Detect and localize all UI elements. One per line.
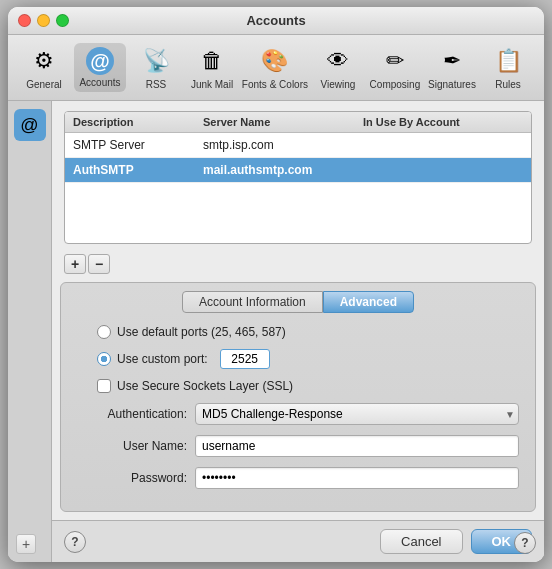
header-in-use: In Use By Account xyxy=(355,114,531,130)
authentication-select[interactable]: MD5 Challenge-Response None Password Ker… xyxy=(195,403,519,425)
password-input[interactable] xyxy=(195,467,519,489)
maximize-button[interactable] xyxy=(56,14,69,27)
row2-description: AuthSMTP xyxy=(65,161,195,179)
row1-inuse xyxy=(355,136,531,154)
bottom-right-buttons: Cancel OK xyxy=(380,529,532,554)
close-button[interactable] xyxy=(18,14,31,27)
fonts-colors-icon: 🎨 xyxy=(259,45,291,77)
window-controls xyxy=(18,14,69,27)
add-remove-bar: + − xyxy=(52,250,544,282)
header-server-name: Server Name xyxy=(195,114,355,130)
accounts-icon: @ xyxy=(86,47,114,75)
radio-default-ports-row: Use default ports (25, 465, 587) xyxy=(77,325,519,339)
sidebar-account-icon[interactable]: @ xyxy=(14,109,46,141)
sidebar: @ xyxy=(8,101,52,562)
right-panel: Description Server Name In Use By Accoun… xyxy=(52,101,544,562)
toolbar-item-fonts-colors[interactable]: 🎨 Fonts & Colors xyxy=(242,41,308,94)
table-row[interactable]: SMTP Server smtp.isp.com xyxy=(65,133,531,158)
toolbar: ⚙ General @ Accounts 📡 RSS 🗑 Junk Mail 🎨… xyxy=(8,35,544,101)
username-row: User Name: xyxy=(77,435,519,457)
username-input[interactable] xyxy=(195,435,519,457)
table-row[interactable]: AuthSMTP mail.authsmtp.com xyxy=(65,158,531,183)
toolbar-item-signatures[interactable]: ✒ Signatures xyxy=(426,41,478,94)
junk-mail-icon: 🗑 xyxy=(196,45,228,77)
tab-bar: Account Information Advanced xyxy=(61,283,535,313)
bottom-help-button[interactable]: ? xyxy=(514,532,536,554)
toolbar-label-signatures: Signatures xyxy=(428,79,476,90)
toolbar-label-general: General xyxy=(26,79,62,90)
row1-description: SMTP Server xyxy=(65,136,195,154)
radio-custom-port-row: Use custom port: xyxy=(77,349,519,369)
bottom-bar: ? Cancel OK xyxy=(52,520,544,562)
server-table: Description Server Name In Use By Accoun… xyxy=(64,111,532,244)
authentication-row: Authentication: MD5 Challenge-Response N… xyxy=(77,403,519,425)
toolbar-label-composing: Composing xyxy=(370,79,421,90)
minimize-button[interactable] xyxy=(37,14,50,27)
window-title: Accounts xyxy=(246,13,305,28)
rules-icon: 📋 xyxy=(492,45,524,77)
username-label: User Name: xyxy=(77,439,187,453)
config-area: Account Information Advanced Use default… xyxy=(60,282,536,512)
radio-default-ports[interactable] xyxy=(97,325,111,339)
toolbar-item-rss[interactable]: 📡 RSS xyxy=(130,41,182,94)
toolbar-item-general[interactable]: ⚙ General xyxy=(18,41,70,94)
server-list-area: Description Server Name In Use By Accoun… xyxy=(52,101,544,250)
viewing-icon: 👁 xyxy=(322,45,354,77)
cancel-button[interactable]: Cancel xyxy=(380,529,462,554)
main-window: Accounts ⚙ General @ Accounts 📡 RSS 🗑 Ju… xyxy=(8,7,544,562)
authentication-select-wrapper: MD5 Challenge-Response None Password Ker… xyxy=(195,403,519,425)
add-server-button[interactable]: + xyxy=(64,254,86,274)
radio-custom-port[interactable] xyxy=(97,352,111,366)
table-empty-area xyxy=(65,183,531,243)
general-icon: ⚙ xyxy=(28,45,60,77)
help-button[interactable]: ? xyxy=(64,531,86,553)
form-area: Use default ports (25, 465, 587) Use cus… xyxy=(61,313,535,501)
ssl-checkbox-row: Use Secure Sockets Layer (SSL) xyxy=(77,379,519,393)
ssl-checkbox[interactable] xyxy=(97,379,111,393)
row2-server: mail.authsmtp.com xyxy=(195,161,355,179)
radio-custom-port-label: Use custom port: xyxy=(117,352,208,366)
toolbar-label-viewing: Viewing xyxy=(320,79,355,90)
table-header: Description Server Name In Use By Accoun… xyxy=(65,112,531,133)
password-row: Password: xyxy=(77,467,519,489)
rss-icon: 📡 xyxy=(140,45,172,77)
custom-port-input[interactable] xyxy=(220,349,270,369)
tab-advanced[interactable]: Advanced xyxy=(323,291,414,313)
composing-icon: ✏ xyxy=(379,45,411,77)
signatures-icon: ✒ xyxy=(436,45,468,77)
toolbar-item-junk-mail[interactable]: 🗑 Junk Mail xyxy=(186,41,238,94)
titlebar: Accounts xyxy=(8,7,544,35)
authentication-label: Authentication: xyxy=(77,407,187,421)
header-description: Description xyxy=(65,114,195,130)
toolbar-item-composing[interactable]: ✏ Composing xyxy=(368,41,422,94)
ssl-checkbox-label: Use Secure Sockets Layer (SSL) xyxy=(117,379,293,393)
remove-server-button[interactable]: − xyxy=(88,254,110,274)
toolbar-label-junk-mail: Junk Mail xyxy=(191,79,233,90)
toolbar-label-accounts: Accounts xyxy=(79,77,120,88)
toolbar-item-accounts[interactable]: @ Accounts xyxy=(74,43,126,92)
password-label: Password: xyxy=(77,471,187,485)
toolbar-label-rss: RSS xyxy=(146,79,167,90)
toolbar-label-rules: Rules xyxy=(495,79,521,90)
row1-server: smtp.isp.com xyxy=(195,136,355,154)
toolbar-item-viewing[interactable]: 👁 Viewing xyxy=(312,41,364,94)
toolbar-label-fonts-colors: Fonts & Colors xyxy=(242,79,308,90)
radio-default-ports-label: Use default ports (25, 465, 587) xyxy=(117,325,286,339)
bottom-add-button[interactable]: + xyxy=(16,534,36,554)
main-content: @ Description Server Name In Use By Acco… xyxy=(8,101,544,562)
toolbar-item-rules[interactable]: 📋 Rules xyxy=(482,41,534,94)
tab-account-information[interactable]: Account Information xyxy=(182,291,323,313)
row2-inuse xyxy=(355,161,531,179)
